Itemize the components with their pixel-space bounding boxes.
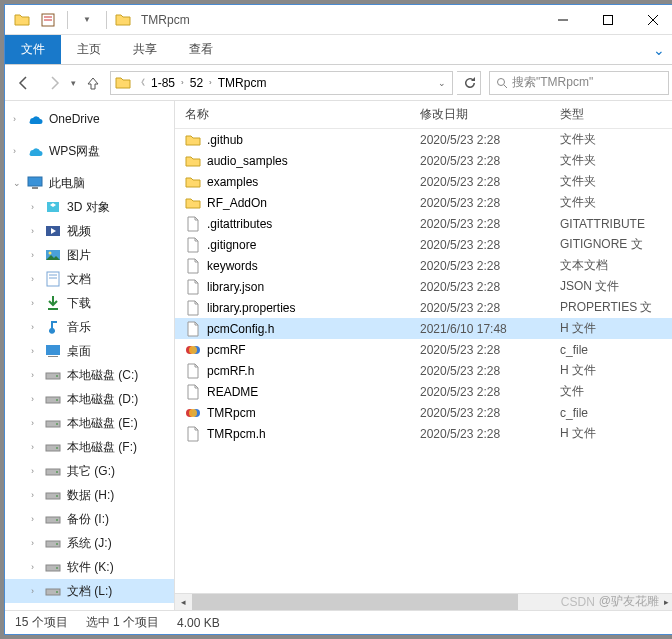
tab-share[interactable]: 共享 — [117, 35, 173, 64]
caret-down-icon[interactable]: ▼ — [76, 9, 98, 31]
sidebar-item[interactable]: ›下载 — [5, 291, 174, 315]
sidebar-item[interactable]: ›本地磁盘 (E:) — [5, 411, 174, 435]
sidebar-item-icon — [45, 583, 61, 599]
file-row[interactable]: library.json2020/5/23 2:28JSON 文件 — [175, 276, 672, 297]
sidebar-item[interactable]: ›音乐 — [5, 315, 174, 339]
file-row[interactable]: README2020/5/23 2:28文件 — [175, 381, 672, 402]
window-title: TMRpcm — [141, 13, 190, 27]
chevron-right-icon[interactable]: 《 — [135, 77, 147, 88]
file-row[interactable]: keywords2020/5/23 2:28文本文档 — [175, 255, 672, 276]
chevron-right-icon[interactable]: › — [31, 514, 34, 524]
address-bar[interactable]: 《 1-85 › 52 › TMRpcm ⌄ — [110, 71, 453, 95]
file-date: 2020/5/23 2:28 — [420, 196, 560, 210]
svg-point-15 — [49, 252, 52, 255]
chevron-right-icon[interactable]: › — [31, 346, 34, 356]
forward-button[interactable] — [41, 70, 67, 96]
file-date: 2020/5/23 2:28 — [420, 154, 560, 168]
file-row[interactable]: .github2020/5/23 2:28文件夹 — [175, 129, 672, 150]
chevron-right-icon[interactable]: › — [31, 322, 34, 332]
file-row[interactable]: RF_AddOn2020/5/23 2:28文件夹 — [175, 192, 672, 213]
close-button[interactable] — [630, 5, 672, 35]
sidebar-item[interactable]: ›数据 (H:) — [5, 483, 174, 507]
chevron-right-icon[interactable]: › — [31, 538, 34, 548]
svg-point-33 — [56, 495, 58, 497]
file-row[interactable]: pcmConfig.h2021/6/10 17:48H 文件 — [175, 318, 672, 339]
chevron-right-icon[interactable]: › — [31, 370, 34, 380]
refresh-button[interactable] — [457, 71, 481, 95]
tab-home[interactable]: 主页 — [61, 35, 117, 64]
breadcrumb-2[interactable]: TMRpcm — [214, 72, 271, 94]
scroll-thumb[interactable] — [192, 594, 518, 611]
chevron-right-icon[interactable]: › — [31, 394, 34, 404]
sidebar-item[interactable]: ›文档 — [5, 267, 174, 291]
svg-point-41 — [56, 591, 58, 593]
chevron-right-icon[interactable]: › — [31, 250, 34, 260]
file-date: 2020/5/23 2:28 — [420, 343, 560, 357]
chevron-right-icon[interactable]: › — [31, 202, 34, 212]
chevron-down-icon[interactable]: ⌄ — [13, 178, 21, 188]
file-row[interactable]: .gitattributes2020/5/23 2:28GITATTRIBUTE — [175, 213, 672, 234]
sidebar-wps[interactable]: › WPS网盘 — [5, 139, 174, 163]
history-dropdown[interactable]: ▾ — [71, 78, 76, 88]
search-input[interactable]: 搜索"TMRpcm" — [489, 71, 669, 95]
help-icon[interactable]: ⌄ — [643, 42, 672, 58]
sidebar-item[interactable]: ›视频 — [5, 219, 174, 243]
sidebar-item[interactable]: ›3D 对象 — [5, 195, 174, 219]
chevron-right-icon[interactable]: › — [13, 146, 16, 156]
header-name[interactable]: 名称 — [175, 106, 420, 123]
file-date: 2020/5/23 2:28 — [420, 364, 560, 378]
chevron-right-icon[interactable]: › — [207, 78, 214, 87]
sidebar-item[interactable]: ›其它 (G:) — [5, 459, 174, 483]
up-button[interactable] — [80, 70, 106, 96]
file-type: 文件夹 — [560, 152, 672, 169]
address-dropdown[interactable]: ⌄ — [432, 78, 452, 88]
sidebar-item[interactable]: ›备份 (I:) — [5, 507, 174, 531]
sidebar-item[interactable]: ›本地磁盘 (D:) — [5, 387, 174, 411]
file-row[interactable]: library.properties2020/5/23 2:28PROPERTI… — [175, 297, 672, 318]
sidebar-thispc[interactable]: ⌄ 此电脑 — [5, 171, 174, 195]
breadcrumb-1[interactable]: 52 — [186, 72, 207, 94]
sidebar-item[interactable]: ›图片 — [5, 243, 174, 267]
sidebar-onedrive[interactable]: › OneDrive — [5, 107, 174, 131]
address-root-icon[interactable] — [111, 72, 135, 94]
sidebar-item-label: 软件 (K:) — [67, 559, 114, 576]
sidebar-item[interactable]: ›软件 (K:) — [5, 555, 174, 579]
chevron-right-icon[interactable]: › — [31, 226, 34, 236]
file-row[interactable]: .gitignore2020/5/23 2:28GITIGNORE 文 — [175, 234, 672, 255]
chevron-right-icon[interactable]: › — [31, 274, 34, 284]
file-row[interactable]: examples2020/5/23 2:28文件夹 — [175, 171, 672, 192]
chevron-right-icon[interactable]: › — [13, 114, 16, 124]
tab-view[interactable]: 查看 — [173, 35, 229, 64]
file-row[interactable]: TMRpcm2020/5/23 2:28c_file — [175, 402, 672, 423]
scroll-left-button[interactable]: ◂ — [175, 594, 192, 611]
sidebar-item[interactable]: ›本地磁盘 (C:) — [5, 363, 174, 387]
file-type: GITIGNORE 文 — [560, 236, 672, 253]
sidebar-item[interactable]: ›桌面 — [5, 339, 174, 363]
breadcrumb-0[interactable]: 1-85 — [147, 72, 179, 94]
sidebar-item[interactable]: ›系统 (J:) — [5, 531, 174, 555]
header-date[interactable]: 修改日期 — [420, 106, 560, 123]
scroll-right-button[interactable]: ▸ — [658, 594, 672, 611]
chevron-right-icon[interactable]: › — [31, 562, 34, 572]
chevron-right-icon[interactable]: › — [31, 442, 34, 452]
chevron-right-icon[interactable]: › — [179, 78, 186, 87]
chevron-right-icon[interactable]: › — [31, 586, 34, 596]
chevron-right-icon[interactable]: › — [31, 466, 34, 476]
file-row[interactable]: audio_samples2020/5/23 2:28文件夹 — [175, 150, 672, 171]
header-type[interactable]: 类型 — [560, 106, 672, 123]
file-row[interactable]: pcmRF2020/5/23 2:28c_file — [175, 339, 672, 360]
chevron-right-icon[interactable]: › — [31, 418, 34, 428]
properties-icon[interactable] — [37, 9, 59, 31]
file-row[interactable]: pcmRF.h2020/5/23 2:28H 文件 — [175, 360, 672, 381]
maximize-button[interactable] — [585, 5, 630, 35]
sidebar-item[interactable]: ›本地磁盘 (F:) — [5, 435, 174, 459]
tab-file[interactable]: 文件 — [5, 35, 61, 64]
chevron-right-icon[interactable]: › — [31, 298, 34, 308]
back-button[interactable] — [11, 70, 37, 96]
file-row[interactable]: TMRpcm.h2020/5/23 2:28H 文件 — [175, 423, 672, 444]
minimize-button[interactable] — [540, 5, 585, 35]
sidebar-item[interactable]: ›文档 (L:) — [5, 579, 174, 603]
file-date: 2020/5/23 2:28 — [420, 175, 560, 189]
sidebar-item-icon — [45, 343, 61, 359]
chevron-right-icon[interactable]: › — [31, 490, 34, 500]
